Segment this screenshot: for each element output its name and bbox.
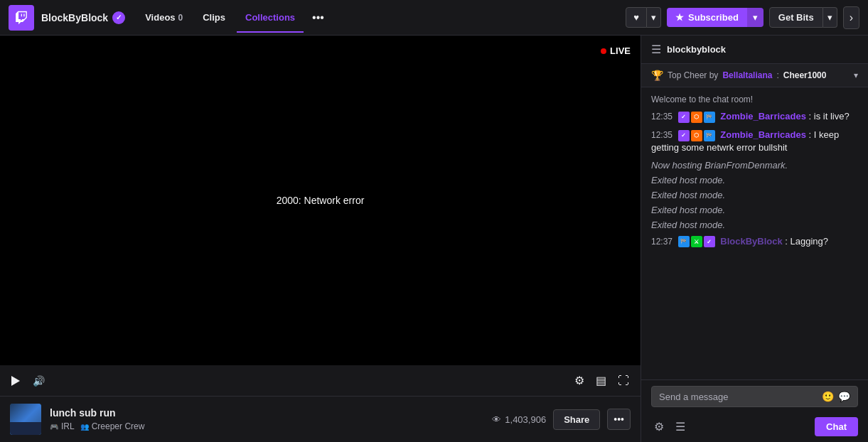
irl-tag-icon: 🎮: [50, 423, 58, 431]
stream-info: lunch sub run 🎮 IRL 👥 Creeper Crew 👁 1,4…: [0, 396, 641, 442]
chat-username[interactable]: Zombie_Barricades: [720, 129, 806, 140]
sub-badge: ✓: [678, 130, 690, 141]
top-navigation: BlockByBlock Videos0 Clips Collections •…: [0, 0, 868, 36]
volume-button[interactable]: 🔊: [30, 372, 48, 389]
live-badge: LIVE: [601, 45, 631, 56]
settings-button[interactable]: ⚙: [572, 371, 587, 390]
emoji-button[interactable]: 🙂: [822, 391, 834, 402]
stream-tags: 🎮 IRL 👥 Creeper Crew: [50, 421, 492, 431]
system-message: Exited host mode.: [651, 189, 858, 201]
subscribed-button[interactable]: ★ Subscribed: [667, 8, 747, 27]
chat-message-input[interactable]: [659, 392, 818, 402]
stream-more-button[interactable]: •••: [607, 409, 631, 430]
msg-badges: ✓ ⬡ 🏁: [678, 112, 715, 123]
crew-tag-label: Creeper Crew: [92, 421, 145, 431]
star-icon: ★: [675, 12, 684, 23]
top-cheer-amount: Cheer1000: [783, 70, 827, 80]
chat-points-icon[interactable]: 💬: [838, 391, 850, 402]
play-pause-button[interactable]: [9, 373, 23, 389]
chat-message-content: : Lagging?: [785, 236, 828, 247]
follow-button-group: ♥ ▾: [626, 7, 661, 28]
view-count: 👁 1,403,906: [492, 414, 546, 425]
send-chat-button[interactable]: Chat: [815, 417, 858, 436]
top-cheer-colon: :: [776, 70, 778, 80]
nav-actions: ♥ ▾ ★ Subscribed ▾ Get Bits ▾ ›: [626, 6, 859, 29]
top-cheer-username[interactable]: BellaItaliana: [722, 70, 772, 80]
msg-timestamp: 12:35: [651, 112, 673, 122]
video-controls: 🔊 ⚙ ▤ ⛶: [0, 365, 641, 396]
chat-message: 12:35 ✓ ⬡ 🏁 Zombie_Barricades : is it li…: [651, 109, 858, 124]
system-message: Exited host mode.: [651, 174, 858, 186]
video-player[interactable]: LIVE 2000: Network error: [0, 36, 641, 365]
subscribed-dropdown-button[interactable]: ▾: [747, 8, 763, 27]
msg-timestamp: 12:37: [651, 237, 673, 247]
verified-badge: ✓: [704, 236, 715, 247]
nav-more-button[interactable]: •••: [306, 7, 330, 28]
subscribe-button-group: ★ Subscribed ▾: [667, 8, 763, 27]
chat-username[interactable]: Zombie_Barricades: [720, 111, 806, 122]
chat-input-area: 🙂 💬: [641, 379, 868, 413]
irl-tag-label: IRL: [61, 421, 75, 431]
chat-message-content: : is it live?: [809, 111, 850, 122]
tag-irl[interactable]: 🎮 IRL: [50, 421, 75, 431]
video-side: LIVE 2000: Network error 🔊 ⚙ ▤ ⛶: [0, 36, 641, 442]
nav-link-videos[interactable]: Videos0: [136, 8, 191, 27]
chat-message: 12:35 ✓ ⬡ 🏁 Zombie_Barricades : I keep g…: [651, 127, 858, 156]
live-dot: [601, 48, 606, 54]
hamburger-icon[interactable]: ☰: [651, 43, 661, 56]
heart-icon: ♥: [633, 12, 639, 23]
msg-badges: 🏁 ⚔ ✓: [678, 236, 715, 247]
nav-link-collections[interactable]: Collections: [237, 8, 304, 27]
bits-badge: ⬡: [691, 112, 702, 123]
verified-badge: [112, 11, 125, 24]
msg-badges: ✓ ⬡ 🏁: [678, 130, 715, 141]
bits-badge: ⬡: [691, 130, 702, 141]
system-message: Exited host mode.: [651, 204, 858, 216]
chat-username[interactable]: BlockByBlock: [720, 236, 782, 247]
follow-dropdown-button[interactable]: ▾: [647, 7, 661, 28]
flag-badge: 🏁: [704, 112, 715, 123]
error-message: 2000: Network error: [277, 195, 365, 206]
follow-button[interactable]: ♥: [626, 7, 647, 28]
top-cheer-label: Top Cheer by: [668, 70, 718, 80]
view-count-value: 1,403,906: [505, 414, 546, 425]
tag-creeper-crew[interactable]: 👥 Creeper Crew: [80, 421, 145, 431]
crew-tag-icon: 👥: [80, 423, 89, 431]
chat-list-button[interactable]: ☰: [673, 417, 688, 436]
twitch-logo[interactable]: [9, 5, 34, 31]
nav-link-clips[interactable]: Clips: [194, 8, 234, 27]
trophy-icon: 🏆: [651, 70, 663, 81]
main-content: LIVE 2000: Network error 🔊 ⚙ ▤ ⛶: [0, 36, 868, 442]
nav-overflow-button[interactable]: ›: [843, 6, 859, 29]
share-button[interactable]: Share: [553, 409, 600, 430]
channel-name[interactable]: BlockByBlock: [41, 12, 108, 23]
chat-footer: ⚙ ☰ Chat: [641, 413, 868, 442]
stream-thumbnail: [10, 404, 41, 435]
get-bits-dropdown-button[interactable]: ▾: [823, 7, 837, 28]
theatre-icon: ▤: [596, 374, 606, 387]
live-label: LIVE: [610, 45, 631, 56]
top-cheer-bar[interactable]: 🏆 Top Cheer by BellaItaliana : Cheer1000…: [641, 64, 868, 87]
get-bits-button[interactable]: Get Bits: [769, 7, 823, 28]
top-cheer-info: 🏆 Top Cheer by BellaItaliana : Cheer1000: [651, 70, 826, 81]
chat-settings-button[interactable]: ⚙: [651, 417, 667, 436]
fullscreen-button[interactable]: ⛶: [615, 372, 632, 390]
theatre-mode-button[interactable]: ▤: [593, 371, 609, 390]
stream-meta: lunch sub run 🎮 IRL 👥 Creeper Crew: [50, 407, 492, 431]
chat-channel-name: blockbyblock: [667, 44, 726, 55]
cheer-expand-icon[interactable]: ▾: [854, 70, 858, 80]
chat-input-wrapper: 🙂 💬: [651, 386, 858, 407]
system-message: Now hosting BrianFromDenmark.: [651, 159, 858, 171]
flag-badge: 🏁: [704, 130, 715, 141]
chat-message: 12:37 🏁 ⚔ ✓ BlockByBlock : Lagging?: [651, 234, 858, 249]
chat-header-left: ☰ blockbyblock: [651, 43, 726, 56]
get-bits-button-group: Get Bits ▾: [769, 7, 837, 28]
chat-messages: Welcome to the chat room! 12:35 ✓ ⬡ 🏁 Zo…: [641, 87, 868, 379]
stream-title: lunch sub run: [50, 407, 492, 419]
fullscreen-icon: ⛶: [618, 374, 629, 387]
play-icon: [11, 376, 20, 386]
system-message: Exited host mode.: [651, 219, 858, 231]
flag-badge: 🏁: [678, 236, 690, 247]
eye-icon: 👁: [492, 414, 501, 425]
chat-panel: ☰ blockbyblock 🏆 Top Cheer by BellaItali…: [641, 36, 868, 442]
